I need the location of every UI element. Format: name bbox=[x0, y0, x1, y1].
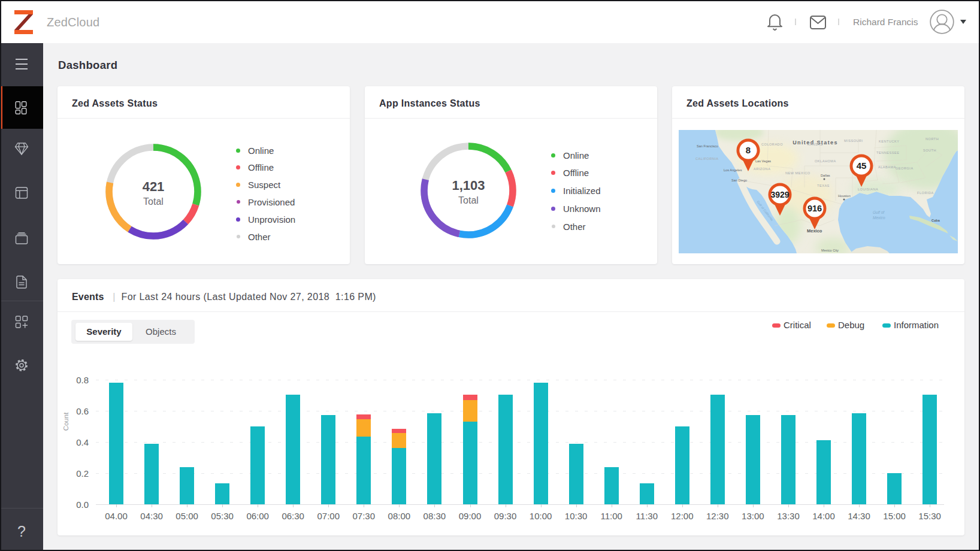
svg-text:ARIZONA: ARIZONA bbox=[754, 167, 770, 171]
svg-text:NORTH: NORTH bbox=[925, 137, 939, 141]
svg-text:45: 45 bbox=[857, 161, 867, 171]
svg-text:CALIFORNIA: CALIFORNIA bbox=[695, 157, 719, 161]
svg-text:COLORADO: COLORADO bbox=[761, 143, 783, 146]
svg-text:OKLAHOMA: OKLAHOMA bbox=[815, 159, 836, 163]
svg-text:FLORIDA: FLORIDA bbox=[917, 191, 934, 195]
svg-text:GEORGIA: GEORGIA bbox=[896, 166, 914, 170]
svg-text:916: 916 bbox=[807, 204, 822, 213]
svg-text:Mexico: Mexico bbox=[873, 216, 885, 220]
svg-text:San Francisco: San Francisco bbox=[697, 144, 718, 148]
svg-text:ALABAMA: ALABAMA bbox=[878, 165, 896, 169]
svg-text:SOUTH: SOUTH bbox=[923, 149, 936, 152]
svg-text:KANSAS: KANSAS bbox=[807, 143, 823, 146]
svg-text:Dallas: Dallas bbox=[821, 174, 830, 177]
svg-text:San Diego: San Diego bbox=[731, 178, 747, 182]
svg-text:8: 8 bbox=[746, 145, 751, 155]
svg-text:TENNESSEE: TENNESSEE bbox=[876, 151, 899, 155]
svg-text:TEXAS: TEXAS bbox=[817, 184, 830, 187]
svg-text:Houston: Houston bbox=[838, 194, 851, 198]
svg-text:LOUISIANA: LOUISIANA bbox=[858, 187, 878, 191]
svg-text:MISSOURI: MISSOURI bbox=[844, 139, 863, 143]
svg-text:Gulf of: Gulf of bbox=[873, 210, 885, 214]
svg-text:Cuba: Cuba bbox=[931, 219, 940, 222]
svg-text:3929: 3929 bbox=[770, 190, 789, 199]
svg-text:Mexico City: Mexico City bbox=[821, 249, 839, 252]
svg-text:NEW MEXICO: NEW MEXICO bbox=[785, 171, 810, 175]
svg-text:KENTUCKY: KENTUCKY bbox=[879, 140, 899, 143]
svg-text:Las Vegas: Las Vegas bbox=[755, 159, 771, 163]
svg-text:Los Angeles: Los Angeles bbox=[724, 168, 742, 172]
